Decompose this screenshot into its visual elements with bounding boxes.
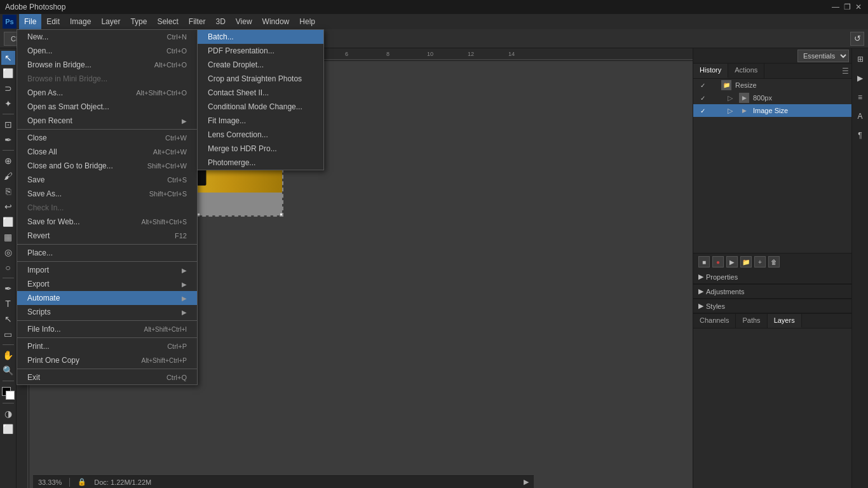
menu-3d[interactable]: 3D: [210, 14, 230, 29]
record-btn[interactable]: ●: [712, 256, 724, 268]
styles-header[interactable]: ▶ Styles: [693, 299, 851, 313]
delete-action-btn[interactable]: 🗑: [768, 256, 780, 268]
menu-place[interactable]: Place...: [17, 246, 197, 260]
history-800px[interactable]: ✓ ▷ ▶ 800px: [693, 92, 851, 104]
eraser-tool[interactable]: ⬜: [1, 215, 15, 229]
hand-tool[interactable]: ✋: [1, 348, 15, 362]
marquee-tool[interactable]: ⬜: [1, 66, 15, 80]
properties-arrow: ▶: [698, 273, 703, 281]
menu-view[interactable]: View: [231, 14, 257, 29]
restore-button[interactable]: ❐: [843, 3, 851, 11]
menu-select[interactable]: Select: [152, 14, 183, 29]
zoom-tool[interactable]: 🔍: [1, 363, 15, 377]
menu-save-as[interactable]: Save As...Shift+Ctrl+S: [17, 187, 197, 201]
magic-wand-tool[interactable]: ✦: [1, 97, 15, 111]
move-tool[interactable]: ↖: [1, 51, 15, 65]
gradient-tool[interactable]: ▦: [1, 230, 15, 244]
tab-paths[interactable]: Paths: [736, 314, 767, 328]
automate-conditional-mode[interactable]: Conditional Mode Change...: [198, 100, 323, 114]
automate-pdf[interactable]: PDF Presentation...: [198, 44, 323, 58]
menu-file[interactable]: File: [19, 14, 41, 29]
automate-photomerge[interactable]: Photomerge...: [198, 156, 323, 170]
menu-file-info[interactable]: File Info...Alt+Shift+Ctrl+I: [17, 322, 197, 336]
stop-btn[interactable]: ■: [698, 256, 710, 268]
rotate-icon[interactable]: ↺: [850, 32, 864, 46]
minimize-button[interactable]: —: [831, 3, 840, 11]
shape-tool[interactable]: ▭: [1, 327, 15, 341]
play-btn[interactable]: ▶: [726, 256, 738, 268]
dodge-tool[interactable]: ○: [1, 261, 15, 274]
menu-layer[interactable]: Layer: [96, 14, 125, 29]
menu-close-bridge[interactable]: Close and Go to Bridge...Shift+Ctrl+W: [17, 159, 197, 173]
menu-scripts[interactable]: Scripts▶: [17, 305, 197, 319]
automate-contact-sheet[interactable]: Contact Sheet II...: [198, 86, 323, 100]
side-layers-icon[interactable]: ≡: [853, 90, 867, 104]
side-para-icon[interactable]: ¶: [853, 128, 867, 142]
menu-open-recent[interactable]: Open Recent▶: [17, 114, 197, 128]
quick-mask-tool[interactable]: ◑: [1, 407, 15, 421]
properties-header[interactable]: ▶ Properties: [693, 270, 851, 284]
status-arrow[interactable]: ▶: [524, 478, 529, 486]
automate-fit-image[interactable]: Fit Image...: [198, 114, 323, 128]
path-select-tool[interactable]: ↖: [1, 312, 15, 326]
color-swatch[interactable]: [2, 387, 15, 400]
menu-image[interactable]: Image: [65, 14, 96, 29]
menu-edit[interactable]: Edit: [41, 14, 65, 29]
menu-open-as[interactable]: Open As...Alt+Shift+Ctrl+O: [17, 86, 197, 100]
automate-droplet[interactable]: Create Droplet...: [198, 58, 323, 72]
automate-crop-straighten[interactable]: Crop and Straighten Photos: [198, 72, 323, 86]
dd-sep-5: [17, 337, 197, 338]
tab-layers[interactable]: Layers: [768, 314, 802, 328]
menu-print[interactable]: Print...Ctrl+P: [17, 339, 197, 353]
menu-revert[interactable]: RevertF12: [17, 229, 197, 243]
healing-tool[interactable]: ⊕: [1, 154, 15, 168]
menu-new[interactable]: New...Ctrl+N: [17, 30, 197, 44]
automate-batch[interactable]: Batch...: [198, 30, 323, 44]
side-properties-icon[interactable]: ⊞: [853, 52, 867, 66]
history-resize-folder[interactable]: ✓ 📁 Resize: [693, 79, 851, 92]
side-type-icon[interactable]: A: [853, 109, 867, 123]
automate-lens-correction[interactable]: Lens Correction...: [198, 128, 323, 142]
menu-filter[interactable]: Filter: [184, 14, 211, 29]
automate-merge-hdr[interactable]: Merge to HDR Pro...: [198, 142, 323, 156]
adjustments-header[interactable]: ▶ Adjustments: [693, 285, 851, 299]
menu-export[interactable]: Export▶: [17, 277, 197, 291]
eyedropper-tool[interactable]: ✒: [1, 133, 15, 147]
menu-browse-bridge[interactable]: Browse in Bridge...Alt+Ctrl+O: [17, 58, 197, 72]
lasso-tool[interactable]: ⊃: [1, 81, 15, 95]
type-tool[interactable]: T: [1, 297, 15, 311]
new-action-btn[interactable]: +: [754, 256, 766, 268]
pen-tool[interactable]: ✒: [1, 281, 15, 295]
workspace-dropdown[interactable]: Essentials: [797, 50, 849, 62]
crop-tool[interactable]: ⊡: [1, 118, 15, 132]
close-button[interactable]: ✕: [854, 3, 863, 11]
clone-tool[interactable]: ⎘: [1, 184, 15, 198]
menu-import[interactable]: Import▶: [17, 263, 197, 277]
menu-exit[interactable]: ExitCtrl+Q: [17, 370, 197, 384]
screen-mode-tool[interactable]: ⬜: [1, 422, 15, 436]
menu-open[interactable]: Open...Ctrl+O: [17, 44, 197, 58]
crop-handle-br[interactable]: [280, 213, 283, 217]
menu-type[interactable]: Type: [125, 14, 152, 29]
history-image-size[interactable]: ✓ ▷ ▶ Image Size: [693, 104, 851, 117]
brush-tool[interactable]: 🖌: [1, 169, 15, 183]
menu-open-smart[interactable]: Open as Smart Object...: [17, 100, 197, 114]
menu-automate[interactable]: Automate▶: [17, 291, 197, 305]
tab-channels[interactable]: Channels: [693, 314, 736, 328]
new-set-btn[interactable]: 📁: [740, 256, 752, 268]
side-play-icon[interactable]: ▶: [853, 71, 867, 85]
menu-window[interactable]: Window: [257, 14, 295, 29]
menu-save[interactable]: SaveCtrl+S: [17, 173, 197, 187]
panel-menu-icon[interactable]: ☰: [842, 67, 849, 76]
tab-history[interactable]: History: [693, 64, 728, 78]
tab-actions[interactable]: Actions: [728, 64, 764, 78]
titlebar: Adobe Photoshop — ❐ ✕: [0, 0, 868, 14]
background-color[interactable]: [6, 391, 15, 400]
menu-help[interactable]: Help: [294, 14, 320, 29]
menu-save-web[interactable]: Save for Web...Alt+Shift+Ctrl+S: [17, 215, 197, 229]
blur-tool[interactable]: ◎: [1, 245, 15, 259]
history-brush-tool[interactable]: ↩: [1, 200, 15, 214]
menu-print-one[interactable]: Print One CopyAlt+Shift+Ctrl+P: [17, 353, 197, 367]
menu-close-all[interactable]: Close AllAlt+Ctrl+W: [17, 145, 197, 159]
menu-close[interactable]: CloseCtrl+W: [17, 131, 197, 145]
